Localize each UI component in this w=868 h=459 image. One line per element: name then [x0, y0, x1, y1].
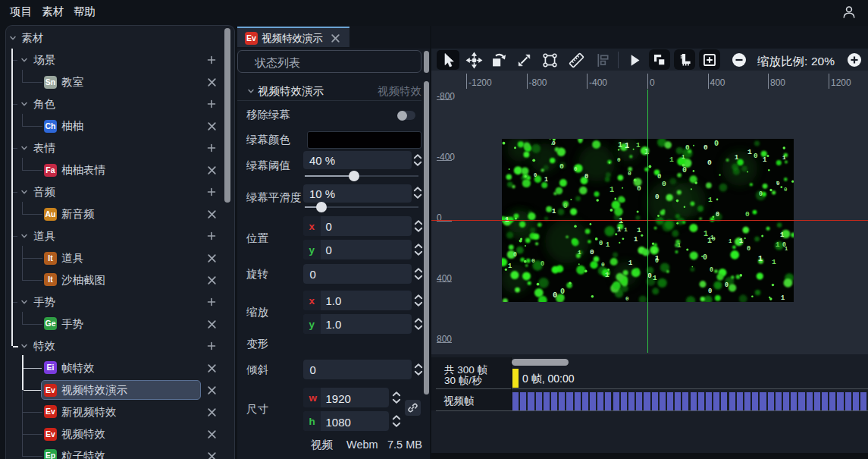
svg-text:0: 0 — [531, 257, 535, 264]
svg-text:0: 0 — [559, 162, 564, 171]
svg-text:1: 1 — [682, 154, 685, 160]
svg-text:0: 0 — [782, 241, 786, 248]
svg-text:0: 0 — [714, 140, 719, 148]
svg-text:0: 0 — [759, 190, 763, 198]
svg-text:0: 0 — [710, 266, 713, 273]
svg-text:0: 0 — [601, 261, 605, 268]
svg-text:1: 1 — [628, 259, 632, 267]
svg-text:1: 1 — [655, 254, 660, 263]
svg-text:1: 1 — [634, 236, 638, 244]
svg-text:1: 1 — [782, 155, 786, 161]
svg-text:0: 0 — [590, 248, 594, 256]
svg-text:1: 1 — [578, 250, 581, 256]
svg-text:0: 0 — [574, 166, 578, 172]
svg-text:1: 1 — [605, 271, 609, 279]
svg-text:1: 1 — [508, 263, 512, 270]
svg-text:0: 0 — [784, 187, 788, 193]
svg-text:1: 1 — [780, 231, 785, 239]
svg-text:0: 0 — [584, 173, 588, 181]
svg-text:1: 1 — [619, 217, 623, 225]
svg-text:0: 0 — [716, 211, 719, 218]
svg-text:1: 1 — [677, 241, 682, 250]
svg-text:1: 1 — [637, 226, 641, 234]
svg-text:0: 0 — [712, 235, 716, 242]
svg-text:1: 1 — [781, 294, 785, 302]
svg-text:1: 1 — [624, 226, 628, 233]
svg-text:0: 0 — [707, 159, 712, 167]
svg-text:1: 1 — [552, 208, 556, 215]
svg-text:0: 0 — [599, 240, 603, 247]
svg-text:0: 0 — [553, 291, 557, 300]
svg-text:1: 1 — [609, 186, 614, 194]
svg-text:1: 1 — [625, 141, 629, 150]
svg-text:1: 1 — [776, 241, 780, 249]
svg-text:0: 0 — [754, 152, 758, 160]
svg-text:0: 0 — [563, 202, 567, 210]
svg-text:0: 0 — [637, 184, 641, 193]
svg-text:1: 1 — [636, 141, 641, 149]
svg-text:0: 0 — [617, 157, 621, 163]
svg-text:1: 1 — [758, 255, 763, 263]
svg-text:1: 1 — [739, 237, 743, 245]
svg-text:0: 0 — [725, 281, 729, 288]
svg-text:1: 1 — [618, 141, 622, 149]
svg-text:0: 0 — [685, 143, 690, 152]
svg-text:0: 0 — [513, 251, 517, 258]
svg-text:0: 0 — [745, 210, 750, 218]
svg-text:0: 0 — [552, 140, 556, 146]
svg-text:1: 1 — [708, 196, 713, 204]
svg-text:1: 1 — [735, 154, 738, 162]
svg-text:0: 0 — [560, 288, 565, 296]
svg-text:1: 1 — [544, 176, 548, 183]
svg-text:1: 1 — [669, 156, 674, 164]
svg-text:0: 0 — [776, 181, 780, 187]
svg-text:0: 0 — [682, 166, 687, 174]
svg-text:0: 0 — [655, 193, 660, 201]
svg-text:0: 0 — [703, 253, 707, 262]
svg-text:1: 1 — [729, 238, 732, 244]
svg-text:1: 1 — [763, 156, 766, 164]
svg-text:1: 1 — [747, 148, 752, 156]
svg-text:0: 0 — [747, 245, 750, 253]
svg-text:0: 0 — [541, 260, 544, 268]
svg-text:0: 0 — [703, 143, 708, 152]
svg-text:0: 0 — [657, 173, 661, 181]
svg-text:0: 0 — [662, 180, 666, 188]
svg-text:0: 0 — [708, 288, 712, 295]
svg-text:0: 0 — [534, 172, 537, 178]
svg-text:1: 1 — [617, 226, 621, 234]
svg-text:1: 1 — [772, 258, 776, 266]
svg-text:1: 1 — [653, 274, 657, 282]
svg-text:0: 0 — [625, 296, 629, 302]
svg-text:1: 1 — [606, 241, 609, 249]
svg-text:0: 0 — [628, 170, 631, 177]
